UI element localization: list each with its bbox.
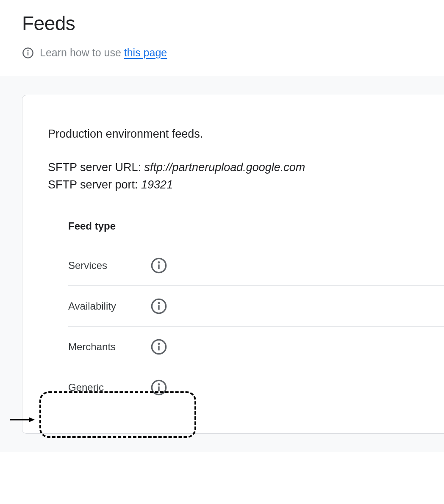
sftp-url-label: SFTP server URL:: [48, 161, 144, 174]
card-heading: Production environment feeds.: [48, 127, 444, 141]
info-icon: [22, 47, 34, 59]
svg-marker-16: [29, 417, 35, 422]
table-row: Merchants: [68, 327, 444, 367]
help-text: Learn how to use this page: [40, 47, 167, 59]
svg-point-2: [28, 50, 28, 51]
sftp-port-label: SFTP server port:: [48, 178, 141, 191]
sftp-url-line: SFTP server URL: sftp://partnerupload.go…: [48, 161, 444, 174]
row-label-availability: Availability: [68, 300, 150, 312]
table-header: Feed type: [68, 220, 444, 245]
help-row: Learn how to use this page: [22, 47, 422, 59]
sftp-port-value: 19321: [141, 178, 173, 191]
row-label-generic: Generic: [68, 382, 150, 393]
feed-type-table: Feed type Services Availability: [22, 220, 444, 408]
annotation-arrow-icon: [9, 417, 35, 423]
feeds-card: Production environment feeds. SFTP serve…: [22, 95, 444, 434]
row-label-services: Services: [68, 260, 150, 271]
page-header: Feeds Learn how to use this page: [0, 0, 444, 76]
help-link[interactable]: this page: [124, 47, 167, 58]
info-icon[interactable]: [150, 257, 167, 274]
info-icon[interactable]: [150, 379, 167, 396]
svg-point-14: [158, 384, 159, 385]
sftp-url-value: sftp://partnerupload.google.com: [144, 161, 305, 174]
content-area: Production environment feeds. SFTP serve…: [0, 76, 444, 452]
table-row: Availability: [68, 286, 444, 327]
table-row: Services: [68, 245, 444, 286]
info-icon[interactable]: [150, 298, 167, 315]
sftp-port-line: SFTP server port: 19321: [48, 178, 444, 191]
help-prefix: Learn how to use: [40, 47, 124, 58]
svg-point-11: [158, 343, 159, 344]
svg-point-8: [158, 302, 159, 303]
svg-point-5: [158, 262, 159, 263]
info-icon[interactable]: [150, 338, 167, 355]
row-label-merchants: Merchants: [68, 341, 150, 353]
table-row: Generic: [68, 367, 444, 408]
page-title: Feeds: [22, 12, 422, 35]
